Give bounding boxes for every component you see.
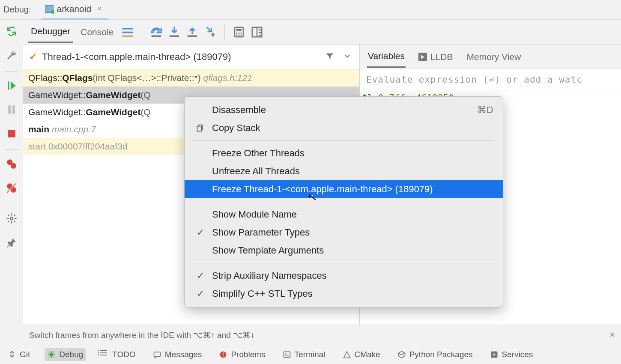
rerun-icon[interactable] <box>6 26 17 39</box>
settings-gear-icon[interactable] <box>6 213 17 226</box>
ctx-simplify-stl[interactable]: ✓ Simplify C++ STL Types <box>185 285 503 303</box>
ctx-copy-stack[interactable]: Copy Stack <box>185 119 503 137</box>
threads-icon[interactable] <box>121 26 134 38</box>
mute-breakpoints-icon[interactable] <box>6 182 17 195</box>
run-config-name: arkanoid <box>57 4 92 14</box>
ctx-unfreeze-all[interactable]: Unfreeze All Threads <box>185 162 503 180</box>
ctx-freeze-thread[interactable]: Freeze Thread-1-<com.apple.main-thread> … <box>185 180 503 198</box>
stop-icon[interactable] <box>6 128 17 141</box>
svg-rect-1 <box>8 105 10 114</box>
filter-icon[interactable] <box>323 50 336 64</box>
hint-bar: Switch frames from anywhere in the IDE w… <box>23 325 621 345</box>
copy-icon <box>194 124 207 132</box>
toolwindow-header: Debug: arkanoid × <box>0 0 621 20</box>
run-to-cursor-icon[interactable] <box>204 26 217 38</box>
wrench-icon[interactable] <box>6 50 17 63</box>
separator <box>192 263 495 263</box>
ctx-show-module[interactable]: Show Module Name <box>185 206 503 224</box>
separator <box>142 24 142 40</box>
bottom-toolbar: Git Debug TODO Messages Problems Termina… <box>0 345 621 364</box>
bottom-cmake[interactable]: CMake <box>340 348 383 361</box>
step-into-icon[interactable] <box>168 26 181 38</box>
svg-rect-15 <box>170 35 179 37</box>
close-icon[interactable]: × <box>609 329 615 340</box>
svg-rect-12 <box>122 31 133 33</box>
calculator-icon[interactable] <box>233 26 245 38</box>
pause-icon[interactable] <box>6 104 17 117</box>
view-breakpoints-icon[interactable] <box>6 158 17 171</box>
separator <box>5 149 18 150</box>
bottom-messages[interactable]: Messages <box>150 348 205 361</box>
bottom-todo[interactable]: TODO <box>98 348 138 361</box>
bottom-problems[interactable]: Problems <box>216 348 268 361</box>
evaluate-expression-input[interactable]: Evaluate expression (⏎) or add a watc <box>360 69 621 90</box>
svg-rect-31 <box>197 126 202 131</box>
ctx-disassemble[interactable]: Disassemble ⌘D <box>185 101 503 119</box>
run-config-tab[interactable]: arkanoid × <box>42 0 108 20</box>
run-config-icon <box>45 5 54 13</box>
right-tabs: Variables LLDB Memory View <box>360 45 621 69</box>
svg-rect-16 <box>188 35 197 37</box>
svg-rect-3 <box>8 130 15 137</box>
separator <box>192 140 495 141</box>
svg-rect-14 <box>152 35 161 37</box>
pin-icon[interactable] <box>6 237 17 250</box>
ctx-show-param-types[interactable]: ✓ Show Parameter Types <box>185 224 503 242</box>
svg-rect-13 <box>122 35 133 37</box>
bottom-python-packages[interactable]: Python Packages <box>395 348 475 361</box>
check-icon: ✔ <box>29 51 37 63</box>
check-icon: ✓ <box>194 227 207 238</box>
bottom-services[interactable]: Services <box>487 348 536 361</box>
svg-rect-11 <box>122 28 133 30</box>
svg-point-10 <box>10 217 13 220</box>
svg-point-21 <box>241 32 242 33</box>
tab-variables[interactable]: Variables <box>367 46 406 68</box>
layout-icon[interactable] <box>251 26 263 38</box>
thread-label: Thread-1-<com.apple.main-thread> (189079… <box>42 51 318 63</box>
tab-lldb[interactable]: LLDB <box>418 47 454 67</box>
bottom-debug[interactable]: Debug <box>45 348 86 361</box>
frame-row[interactable]: QFlags::QFlags(int QFlags<…>::Private::*… <box>23 69 359 87</box>
tab-debugger[interactable]: Debugger <box>28 21 73 43</box>
svg-point-24 <box>241 34 242 36</box>
svg-rect-37 <box>284 352 290 357</box>
svg-point-32 <box>49 352 54 357</box>
svg-rect-36 <box>223 356 224 357</box>
debug-action-rail <box>0 20 23 345</box>
bottom-git[interactable]: Git <box>5 348 33 361</box>
tab-memory-view[interactable]: Memory View <box>466 47 522 67</box>
resume-icon[interactable] <box>6 80 17 93</box>
svg-rect-18 <box>236 29 242 31</box>
bottom-terminal[interactable]: Terminal <box>280 348 328 361</box>
list-icon <box>100 350 109 359</box>
tab-console[interactable]: Console <box>78 22 116 42</box>
separator <box>224 24 225 40</box>
check-icon: ✓ <box>194 270 207 281</box>
step-over-icon[interactable] <box>150 26 163 38</box>
debugger-subtabs: Debugger Console <box>23 20 621 45</box>
svg-rect-35 <box>223 352 224 355</box>
svg-point-22 <box>236 34 238 36</box>
play-icon <box>418 53 427 61</box>
toolwindow-title: Debug: <box>3 5 31 15</box>
svg-point-23 <box>239 34 240 36</box>
svg-rect-33 <box>154 352 160 356</box>
context-menu: Disassemble ⌘D Copy Stack Freeze Other T… <box>184 96 503 307</box>
chevron-down-icon[interactable] <box>341 50 353 64</box>
step-out-icon[interactable] <box>186 26 199 38</box>
svg-rect-2 <box>12 105 15 114</box>
ctx-freeze-other[interactable]: Freeze Other Threads <box>185 144 503 162</box>
separator <box>5 71 18 72</box>
svg-point-19 <box>236 32 238 33</box>
ctx-show-template-args[interactable]: Show Template Arguments <box>185 242 503 260</box>
close-icon[interactable]: × <box>97 4 102 13</box>
svg-point-20 <box>239 32 240 33</box>
ctx-strip-namespaces[interactable]: ✓ Strip Auxiliary Namespaces <box>185 267 503 285</box>
separator <box>192 202 495 202</box>
svg-point-5 <box>10 163 16 169</box>
svg-rect-0 <box>8 81 9 90</box>
hint-text: Switch frames from anywhere in the IDE w… <box>29 330 255 340</box>
separator <box>5 204 18 204</box>
thread-selector[interactable]: ✔ Thread-1-<com.apple.main-thread> (1890… <box>23 45 359 69</box>
check-icon: ✓ <box>194 288 207 299</box>
